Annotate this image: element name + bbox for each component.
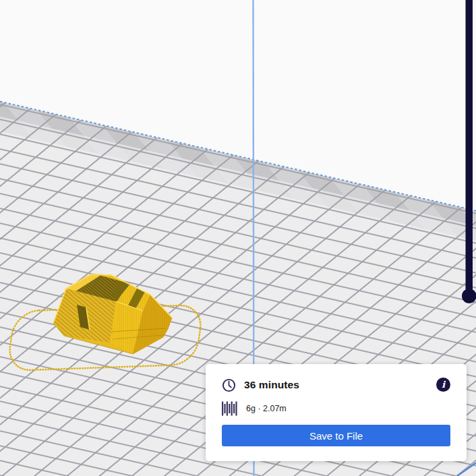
clock-icon	[222, 378, 236, 392]
print-time-row: 36 minutes	[222, 378, 450, 392]
print-estimate-panel: 36 minutes i 6g · 2.07m Save to File	[206, 364, 467, 461]
material-usage-row: 6g · 2.07m	[222, 401, 450, 416]
print-time-label: 36 minutes	[244, 379, 299, 391]
layer-slider-track[interactable]	[466, 0, 473, 294]
layer-slider-handle[interactable]	[462, 289, 476, 303]
save-to-file-button[interactable]: Save to File	[222, 425, 450, 446]
material-usage-label: 6g · 2.07m	[246, 404, 287, 413]
info-icon[interactable]: i	[436, 378, 450, 392]
spool-icon	[222, 401, 238, 416]
